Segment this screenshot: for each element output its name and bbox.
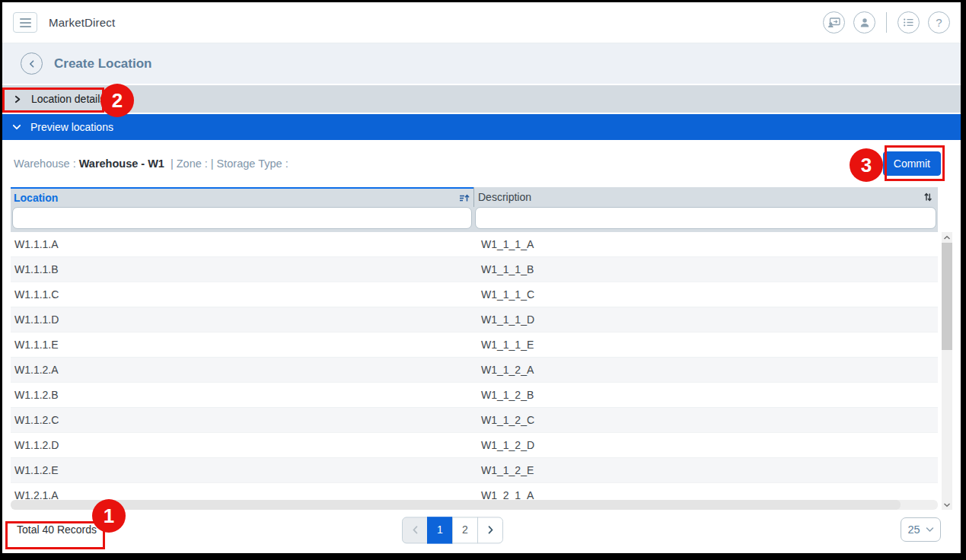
commit-button[interactable]: Commit — [883, 151, 941, 176]
table-row[interactable]: W1.1.2.AW1_1_2_A — [11, 358, 938, 383]
chevron-left-icon — [412, 525, 419, 534]
vertical-scrollbar-thumb[interactable] — [942, 243, 952, 350]
pagination: 1 2 — [402, 517, 503, 543]
previous-page-button[interactable] — [402, 517, 428, 543]
scroll-up-arrow-icon[interactable] — [942, 232, 952, 243]
table-row[interactable]: W1.1.1.AW1_1_1_A — [11, 232, 938, 257]
user-icon — [859, 17, 871, 28]
page-size-select[interactable]: 25 — [901, 517, 941, 542]
section-location-details[interactable]: Location details — [2, 85, 961, 113]
chevron-down-icon — [11, 123, 22, 132]
grid-footer: Total 40 Records 1 2 25 — [2, 510, 961, 553]
section-preview-locations-label: Preview locations — [30, 121, 113, 133]
table-row[interactable]: W1.1.1.BW1_1_1_B — [11, 257, 938, 282]
context-row: Warehouse : Warehouse - W1 | Zone : | St… — [2, 140, 961, 187]
list-menu-button[interactable] — [897, 11, 920, 33]
user-profile-button[interactable] — [853, 11, 875, 33]
top-bar-divider — [886, 12, 887, 33]
screen-share-button[interactable] — [823, 11, 845, 33]
table-row[interactable]: W1.1.2.BW1_1_2_B — [11, 383, 938, 408]
next-page-button[interactable] — [477, 517, 503, 543]
list-menu-icon — [903, 18, 914, 27]
pipe-separator: | — [208, 158, 217, 170]
table-row[interactable]: W1.1.2.CW1_1_2_C — [11, 408, 938, 433]
warehouse-label: Warehouse : — [14, 158, 76, 170]
app-window: MarketDirect — [2, 2, 961, 553]
preview-panel: Warehouse : Warehouse - W1 | Zone : | St… — [2, 140, 961, 553]
chevron-right-icon — [13, 94, 22, 104]
back-button[interactable] — [21, 52, 43, 75]
column-header-location[interactable]: Location — [11, 187, 473, 207]
page-button-2[interactable]: 2 — [452, 517, 478, 543]
page-header: Create Location — [2, 43, 961, 85]
hamburger-menu-button[interactable] — [13, 12, 37, 33]
grid-header-row: Location Description — [11, 187, 938, 207]
chevron-left-icon — [27, 59, 37, 69]
table-row[interactable]: W1.1.1.DW1_1_1_D — [11, 307, 938, 332]
pipe-separator: | — [167, 158, 177, 170]
section-preview-locations[interactable]: Preview locations — [2, 114, 961, 140]
app-title: MarketDirect — [49, 16, 115, 29]
top-bar: MarketDirect — [2, 2, 961, 43]
column-header-description[interactable]: Description — [473, 187, 938, 207]
sort-ascending-icon[interactable] — [459, 193, 470, 203]
table-row[interactable]: W1.2.1.AW1_2_1_A — [11, 483, 938, 500]
zone-label: Zone : — [177, 158, 208, 170]
chevron-down-icon — [926, 527, 934, 533]
storage-type-label: Storage Type : — [217, 158, 289, 170]
horizontal-scrollbar[interactable] — [11, 500, 938, 510]
hamburger-icon — [20, 18, 31, 20]
screen-share-icon — [827, 18, 840, 28]
section-location-details-label: Location details — [31, 93, 105, 105]
screenshot-root: MarketDirect — [0, 0, 966, 560]
grid-filter-row — [11, 207, 938, 232]
page-button-1[interactable]: 1 — [427, 517, 453, 543]
table-row[interactable]: W1.1.1.EW1_1_1_E — [11, 332, 938, 358]
sort-toggle-icon[interactable] — [923, 192, 933, 202]
table-row[interactable]: W1.1.1.CW1_1_1_C — [11, 282, 938, 307]
grid-body: W1.1.1.AW1_1_1_A W1.1.1.BW1_1_1_B W1.1.1… — [11, 232, 938, 500]
vertical-scrollbar[interactable] — [942, 232, 952, 510]
locations-grid: Location Description — [11, 187, 938, 510]
help-button[interactable]: ? — [928, 11, 950, 33]
total-records-text: Total 40 Records — [17, 523, 97, 536]
top-icon-group: ? — [823, 11, 950, 33]
help-icon: ? — [936, 16, 942, 29]
chevron-right-icon — [487, 525, 494, 534]
table-row[interactable]: W1.1.2.EW1_1_2_E — [11, 458, 938, 483]
page-title: Create Location — [54, 56, 151, 72]
horizontal-scrollbar-thumb[interactable] — [11, 500, 901, 510]
table-row[interactable]: W1.1.2.DW1_1_2_D — [11, 433, 938, 458]
scroll-down-arrow-icon[interactable] — [942, 499, 952, 510]
page-size-value: 25 — [907, 523, 920, 536]
description-filter-input[interactable] — [475, 207, 936, 229]
warehouse-value: Warehouse - W1 — [76, 158, 167, 170]
location-filter-input[interactable] — [12, 207, 472, 229]
